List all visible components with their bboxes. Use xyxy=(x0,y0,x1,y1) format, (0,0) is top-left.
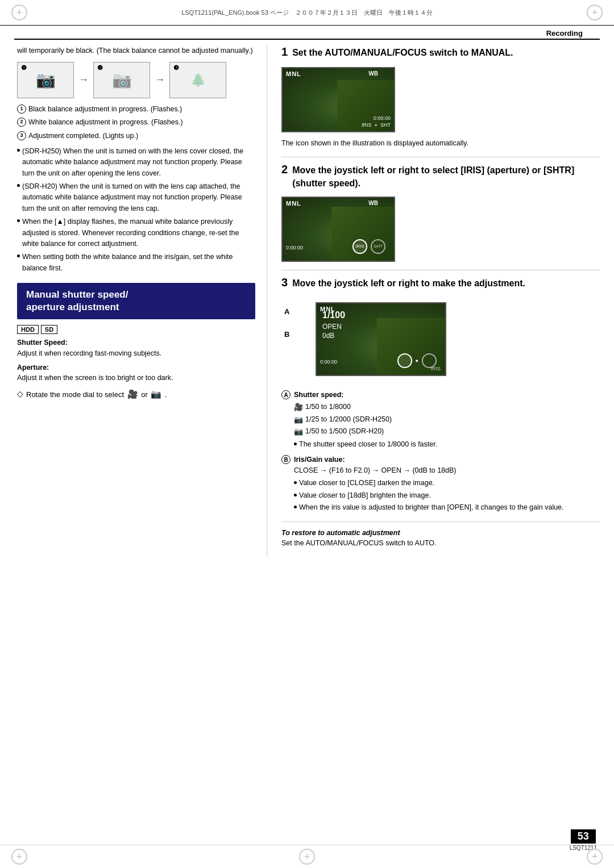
arrow-2: → xyxy=(155,74,165,86)
diagram-box-1: ❶ 📷 xyxy=(17,62,74,98)
diamond-icon: ◇ xyxy=(17,389,23,398)
iris-circle: IRIS xyxy=(352,239,367,254)
step-2: 2 Move the joystick left or right to sel… xyxy=(281,163,600,262)
bullet-4: When setting both the white balance and … xyxy=(17,252,255,274)
divider-2 xyxy=(281,270,600,270)
photo-mode-icon: 📷 xyxy=(151,389,161,399)
screen-timer-1: 0:00:00 xyxy=(374,115,391,121)
step-2-number: 2 xyxy=(281,163,288,176)
camera-icon-3: 🌲 xyxy=(190,73,206,87)
a-item-2: 📷 1/25 to 1/2000 (SDR-H250) xyxy=(294,414,437,425)
step-1-desc: The icon shown in the illustration is di… xyxy=(281,138,600,149)
left-bullets: (SDR-H250) When the unit is turned on wi… xyxy=(17,146,255,274)
step-2-title: Move the joystick left or right to selec… xyxy=(292,164,600,190)
annot-b-circle: B xyxy=(281,455,291,464)
section-title: Manual shutter speed/ aperture adjustmen… xyxy=(26,289,246,314)
reg-mark-bottom-center xyxy=(299,849,315,865)
bullet-3: When the [▲] display flashes, the manual… xyxy=(17,216,255,249)
video-mode-icon: 🎥 xyxy=(127,389,138,399)
screen-open: OPEN xyxy=(322,323,342,331)
hdd-badge: HDD xyxy=(17,325,39,334)
right-column: 1 Set the AUTO/MANUAL/FOCUS switch to MA… xyxy=(267,45,614,557)
diagram-notes: 1 Black balance adjustment in progress. … xyxy=(17,104,255,141)
reg-mark-bottom-left xyxy=(11,849,27,865)
shutter-speed-section: Shutter Speed: Adjust it when recording … xyxy=(17,337,255,359)
step-1-header: 1 Set the AUTO/MANUAL/FOCUS switch to MA… xyxy=(281,45,600,62)
bullet-1: (SDR-H250) When the unit is turned on wi… xyxy=(17,146,255,179)
screen-0db: 0dB xyxy=(322,332,334,340)
screen-circles-2: IRIS SHT xyxy=(352,239,385,254)
iris-circle-3 xyxy=(397,353,412,368)
a-item-3: 📷 1/50 to 1/500 (SDR-H20) xyxy=(294,426,437,437)
step-2-header: 2 Move the joystick left or right to sel… xyxy=(281,163,600,193)
b-bullet-1: Value closer to [CLOSE] darken the image… xyxy=(294,478,564,489)
screen-mockup-1: MNL WB IRIS ● SHT 0:00:00 xyxy=(281,67,395,132)
aperture-section: Aperture: Adjust it when the screen is t… xyxy=(17,362,255,384)
screen-wb-1: WB xyxy=(368,70,378,77)
sd-badge: SD xyxy=(41,325,57,334)
screen-iris-label-3: IRIS xyxy=(430,366,441,372)
screen-timer-3: 0:00:00 xyxy=(320,359,337,365)
step-3-title: Move the joystick left or right to make … xyxy=(292,277,525,290)
diagram-note-3: 3 Adjustment completed. (Lights up.) xyxy=(17,131,255,141)
annot-a-content: Shutter speed: 🎥 1/50 to 1/8000 📷 1/25 t… xyxy=(294,390,437,451)
reg-mark-right xyxy=(587,5,603,20)
annot-a-circle: A xyxy=(281,390,291,399)
reg-mark-left xyxy=(11,5,27,20)
screen-mnl-1: MNL xyxy=(286,70,301,77)
b-bullet-3: When the iris value is adjusted to brigh… xyxy=(294,502,564,513)
screen-wb-2: WB xyxy=(368,200,378,206)
main-content: will temporarily be black. (The black ba… xyxy=(0,40,614,557)
step-1-title: Set the AUTO/MANUAL/FOCUS switch to MANU… xyxy=(292,47,513,59)
diagram-box-3: ❸ 🌲 xyxy=(169,62,226,98)
diagram-note-2: 2 White balance adjustment in progress. … xyxy=(17,117,255,128)
restore-title: To restore to automatic adjustment xyxy=(281,529,600,537)
diagram-box-2: ❷ 📷 xyxy=(93,62,150,98)
screen-value: 1/100 xyxy=(322,310,345,320)
step-3-number: 3 xyxy=(281,276,288,289)
annot-b: B Iris/Gain value: CLOSE → (F16 to F2.0)… xyxy=(281,454,600,515)
reg-mark-bottom-right xyxy=(587,849,603,865)
annot-b-content: Iris/Gain value: CLOSE → (F16 to F2.0) →… xyxy=(294,454,564,515)
label-a: A xyxy=(284,307,289,316)
intro-text: will temporarily be black. (The black ba… xyxy=(17,45,255,56)
page-number: 53 xyxy=(571,829,596,844)
annot-a: A Shutter speed: 🎥 1/50 to 1/8000 📷 1/25… xyxy=(281,390,600,451)
screen-mnl-2: MNL xyxy=(286,200,301,207)
screen-mockup-2: MNL WB IRIS SHT 0:00:00 xyxy=(281,197,395,262)
camera-icon-2: 📷 xyxy=(112,70,132,89)
screen-wrapper-3: A B MNL 1/100 OPEN 0dB ● xyxy=(298,299,452,381)
page: LSQT1211(PAL_ENG).book 53 ページ ２００７年２月１３日… xyxy=(0,0,614,868)
diagram-note-1: 1 Black balance adjustment in progress. … xyxy=(17,104,255,115)
top-bar: LSQT1211(PAL_ENG).book 53 ページ ２００７年２月１３日… xyxy=(0,0,614,26)
left-column: will temporarily be black. (The black ba… xyxy=(0,45,267,557)
shtr-circle: SHT xyxy=(371,239,385,254)
bottom-bar xyxy=(0,845,614,868)
annotations: A Shutter speed: 🎥 1/50 to 1/8000 📷 1/25… xyxy=(281,390,600,515)
diamond-line: ◇ Rotate the mode dial to select 🎥 or 📷 … xyxy=(17,389,255,399)
step-1: 1 Set the AUTO/MANUAL/FOCUS switch to MA… xyxy=(281,45,600,149)
file-info: LSQT1211(PAL_ENG).book 53 ページ ２００７年２月１３日… xyxy=(181,9,433,17)
arrow-1: → xyxy=(78,74,89,86)
step-1-number: 1 xyxy=(281,45,288,59)
sep-restore xyxy=(281,521,600,522)
step-3: 3 Move the joystick left or right to mak… xyxy=(281,276,600,549)
diagram-area: ❶ 📷 → ❷ 📷 → ❸ 🌲 xyxy=(17,62,255,98)
screen-timer-2: 0:00:00 xyxy=(286,245,303,251)
b-bullet-2: Value closer to [18dB] brighten the imag… xyxy=(294,490,564,501)
a-bullet: The shutter speed closer to 1/8000 is fa… xyxy=(294,439,437,450)
recording-header: Recording xyxy=(14,26,600,40)
badge-row: HDD SD xyxy=(17,325,255,334)
bullet-2: (SDR-H20) When the unit is turned on wit… xyxy=(17,181,255,214)
section-box: Manual shutter speed/ aperture adjustmen… xyxy=(17,283,255,319)
step-3-header: 3 Move the joystick left or right to mak… xyxy=(281,276,600,293)
camera-icon-1: 📷 xyxy=(36,70,56,89)
screen-mockup-3: MNL 1/100 OPEN 0dB ● IRIS 0:00:00 xyxy=(316,302,446,376)
label-b: B xyxy=(284,330,289,339)
divider-1 xyxy=(281,157,600,157)
restore-text: Set the AUTO/MANUAL/FOCUS switch to AUTO… xyxy=(281,538,600,549)
screen-iris-row-1: IRIS ● SHT xyxy=(362,122,391,128)
a-item-1: 🎥 1/50 to 1/8000 xyxy=(294,402,437,413)
